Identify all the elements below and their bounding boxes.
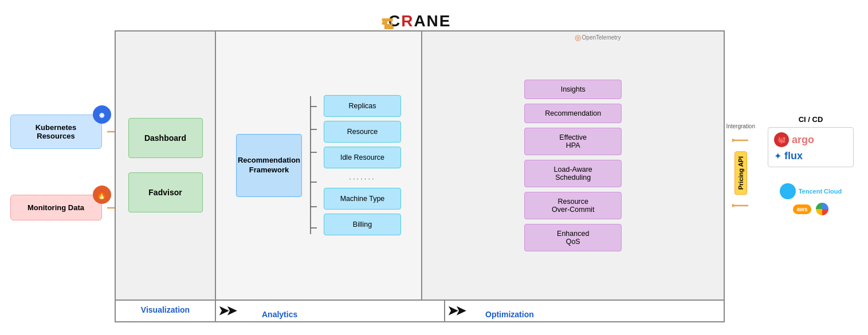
pricing-arrow-left <box>732 199 749 212</box>
machine-type-item: Machine Type <box>324 188 401 210</box>
columns-wrapper: Dashboard Fadvisor RecommendationFramewo… <box>116 31 724 299</box>
right-section: CI / CD 🐙 argo ✦ flux <box>756 115 865 220</box>
arrow-vis-analytics2: ➤ <box>226 304 237 318</box>
dashboard-box: Dashboard <box>128 118 203 158</box>
optimization-column: Insights Recommendation EffectiveHPA Loa… <box>422 31 724 299</box>
optimization-label: Optimization <box>485 305 534 319</box>
k8s-icon-symbol: ⎈ <box>99 110 104 120</box>
vis-analytics-arrow: ➤ ➤ <box>216 301 239 321</box>
cicd-section: CI / CD 🐙 argo ✦ flux <box>768 115 854 167</box>
argo-icon: 🐙 <box>774 132 789 147</box>
aws-text: aws <box>797 206 808 212</box>
replicas-label: Replicas <box>349 102 376 110</box>
cicd-title: CI / CD <box>768 115 854 124</box>
resource-overcommit-item: ResourceOver-Commit <box>524 192 622 219</box>
monitoring-data-box: Monitoring Data <box>10 195 102 220</box>
recommendation-item: Recommendation <box>524 104 622 123</box>
recommendation-framework-box: RecommendationFramework <box>236 134 302 197</box>
dots-item: ······· <box>324 172 401 184</box>
gcp-logo <box>816 203 828 215</box>
crane-r: R <box>401 12 414 30</box>
billing-item: Billing <box>324 214 401 235</box>
analytics-label-cell: Analytics <box>239 301 445 321</box>
otel-text: OpenTelemetry <box>582 34 621 41</box>
integration-label: Intergration <box>726 123 755 129</box>
analytics-opt-arrow: ➤ ➤ <box>445 301 468 321</box>
load-aware-label: Load-AwareScheduling <box>554 165 592 182</box>
integration-arrow-left <box>732 134 749 147</box>
visualization-column: Dashboard Fadvisor <box>116 31 216 299</box>
tencent-cloud-label: Tencent Cloud <box>799 188 842 195</box>
recommendation-label: Recommendation <box>545 109 601 117</box>
tencent-row: Tencent Cloud <box>780 183 842 199</box>
argo-text: argo <box>792 134 814 146</box>
crane-ane: ANE <box>414 12 451 30</box>
resource-overcommit-label: ResourceOver-Commit <box>552 198 594 214</box>
analytics-arrows <box>308 95 318 235</box>
billing-label: Billing <box>353 220 372 228</box>
enhanced-qos-item: EnhancedQoS <box>524 224 622 251</box>
rec-framework-label: RecommendationFramework <box>238 156 300 175</box>
analytics-items-list: Replicas Resource Idle Resource ······· … <box>324 95 401 235</box>
tencent-logo-icon <box>780 183 796 199</box>
replicas-item: Replicas <box>324 95 401 117</box>
opt-label-cell: Optimization <box>468 301 724 321</box>
fadvisor-label: Fadvisor <box>148 188 182 197</box>
otel-icon: ◎ <box>575 33 581 42</box>
integration-section: Intergration Pricing API <box>726 123 755 212</box>
opentelemetry-label: ◎ OpenTelemetry <box>575 33 621 42</box>
arrow-analytics-opt2: ➤ <box>455 304 466 318</box>
k8s-label: Kubernetes Resources <box>36 123 77 140</box>
dashboard-label: Dashboard <box>144 133 186 143</box>
cloud-section: Tencent Cloud aws <box>768 179 854 220</box>
monitoring-icon-symbol: 🔥 <box>96 190 107 200</box>
resource-item: Resource <box>324 121 401 143</box>
argo-row: 🐙 argo <box>774 132 847 147</box>
flux-text: flux <box>784 150 803 162</box>
vis-label-cell: Visualization <box>116 301 216 321</box>
resource-label: Resource <box>347 128 378 136</box>
load-aware-item: Load-AwareScheduling <box>524 160 622 187</box>
left-inputs-section: Kubernetes Resources ⎈ Input Monitoring … <box>3 115 115 220</box>
effective-hpa-label: EffectiveHPA <box>559 133 587 149</box>
insights-item: Insights <box>524 80 622 99</box>
idle-resource-item: Idle Resource <box>324 147 401 168</box>
cloud-logos-row: aws <box>793 203 829 215</box>
monitoring-label: Monitoring Data <box>28 203 84 212</box>
crane-title: 🏗 C R ANE <box>388 12 451 30</box>
flux-row: ✦ flux <box>774 150 847 162</box>
pricing-api-label: Pricing API <box>737 156 744 190</box>
visualization-label: Visualization <box>116 301 215 314</box>
column-labels-row: Visualization ➤ ➤ Analytics ➤ ➤ Optimiza… <box>116 299 724 321</box>
analytics-connector-lines <box>308 95 318 235</box>
monitoring-input-wrapper: Monitoring Data 🔥 <box>10 195 102 220</box>
k8s-icon: ⎈ <box>93 105 111 124</box>
enhanced-qos-label: EnhancedQoS <box>557 230 589 246</box>
k8s-resources-box: Kubernetes Resources <box>10 115 102 149</box>
machine-type-label: Machine Type <box>340 195 385 203</box>
k8s-input-wrapper: Kubernetes Resources ⎈ Input <box>10 115 102 149</box>
insights-label: Insights <box>561 85 586 93</box>
analytics-column: RecommendationFramework <box>216 31 422 299</box>
idle-resource-label: Idle Resource <box>340 153 384 161</box>
cicd-box: 🐙 argo ✦ flux <box>768 127 854 167</box>
flux-icon: ✦ <box>774 151 781 161</box>
argo-icon-symbol: 🐙 <box>777 136 786 144</box>
page-wrapper: Kubernetes Resources ⎈ Input Monitoring … <box>0 0 868 335</box>
analytics-label: Analytics <box>262 305 297 319</box>
fadvisor-box: Fadvisor <box>128 172 203 212</box>
crane-icon: 🏗 <box>381 18 395 33</box>
dots-label: ······· <box>349 174 375 183</box>
main-diagram-box: 🏗 C R ANE ◎ OpenTelemetry Dashboard Fadv… <box>115 30 725 322</box>
effective-hpa-item: EffectiveHPA <box>524 128 622 155</box>
pricing-api-box: Pricing API <box>735 151 747 195</box>
aws-logo: aws <box>793 204 812 214</box>
